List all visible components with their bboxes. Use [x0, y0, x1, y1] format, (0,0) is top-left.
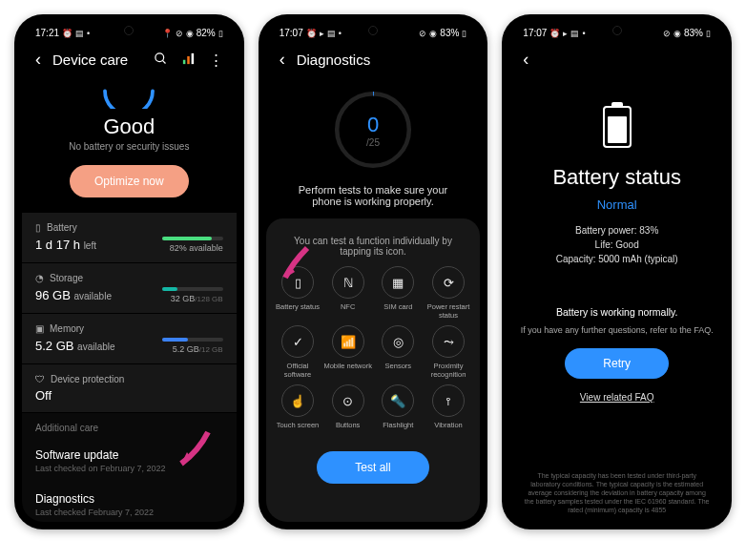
- retry-button[interactable]: Retry: [565, 348, 669, 379]
- battery-capacity: Capacity: 5000 mAh (typical): [509, 254, 724, 264]
- battery-power: Battery power: 83%: [509, 225, 724, 236]
- vibration-icon: ⫯: [432, 384, 465, 417]
- diag-subtext: You can test a function individually by …: [274, 230, 473, 266]
- software-icon: ✓: [281, 325, 314, 358]
- flashlight-item[interactable]: 🔦Flashlight: [374, 384, 423, 438]
- test-all-button[interactable]: Test all: [317, 451, 428, 484]
- gauge-arc: [95, 85, 162, 109]
- buttons-icon: ⊙: [332, 384, 364, 417]
- svg-line-1: [162, 60, 165, 63]
- noti-icon: ▤: [75, 29, 84, 38]
- battery-large-icon: [603, 106, 632, 148]
- more-icon[interactable]: ⋮: [209, 52, 223, 69]
- header: ‹ Diagnostics: [266, 42, 481, 77]
- vibration-item[interactable]: ⫯Vibration: [425, 384, 473, 438]
- sensors-icon: ◎: [382, 325, 414, 358]
- status-battery: 83%: [684, 28, 703, 38]
- power-item[interactable]: ⟳Power restart status: [425, 266, 473, 320]
- phone-diagnostics: 17:07 ⏰▸▤• ⊘◉ 83% ▯ ‹ Diagnostics 0 /25: [259, 14, 488, 529]
- storage-icon: ◔: [35, 273, 44, 283]
- status-subtitle: No battery or security issues: [22, 141, 237, 152]
- ring-total: /25: [366, 137, 380, 148]
- touch-item[interactable]: ☝Touch screen: [274, 384, 322, 438]
- status-time: 17:07: [523, 28, 547, 38]
- page-title: Battery status: [509, 165, 724, 190]
- header-title: Diagnostics: [297, 52, 371, 68]
- dnd-icon: ⊘: [176, 29, 183, 38]
- disclaimer: The typical capacity has been tested und…: [509, 471, 724, 522]
- additional-care-label: Additional care: [22, 413, 237, 439]
- phone-battery-status: 17:07 ⏰▸▤• ⊘◉ 83% ▯ ‹ Battery status Nor…: [502, 14, 732, 529]
- search-icon[interactable]: [154, 52, 168, 69]
- chart-icon[interactable]: [181, 52, 196, 69]
- battery-status-item[interactable]: ▯Battery status: [274, 266, 322, 320]
- proximity-icon: ⤳: [432, 325, 465, 358]
- sim-item[interactable]: ▦SIM card: [374, 266, 423, 320]
- back-icon[interactable]: ‹: [35, 50, 41, 70]
- battery-life: Life: Good: [509, 239, 724, 250]
- svg-point-0: [155, 52, 164, 61]
- faq-hint: If you have any further questions, refer…: [509, 325, 724, 335]
- alarm-icon: ⏰: [62, 29, 73, 38]
- proximity-item[interactable]: ⤳Proximity recognition: [425, 325, 473, 379]
- battery-icon: ▯: [218, 29, 223, 38]
- touch-icon: ☝: [281, 384, 314, 417]
- software-item[interactable]: ✓Official software: [274, 325, 322, 379]
- svg-rect-2: [183, 59, 186, 63]
- faq-link[interactable]: View related FAQ: [509, 392, 724, 403]
- status-battery: 83%: [440, 28, 459, 38]
- storage-card[interactable]: ◔Storage 96 GB available 32 GB/128 GB: [22, 263, 237, 314]
- sim-icon: ▦: [382, 266, 414, 299]
- battery-icon: ▯: [35, 222, 41, 233]
- status-time: 17:07: [280, 28, 303, 38]
- protection-card[interactable]: 🛡Device protection Off: [22, 364, 237, 413]
- wifi-icon: ◉: [186, 29, 194, 38]
- shield-icon: 🛡: [35, 374, 45, 384]
- status-battery: 82%: [197, 28, 216, 38]
- sensors-item[interactable]: ◎Sensors: [374, 325, 423, 379]
- diagnostics-item[interactable]: Diagnostics Last checked February 7, 202…: [22, 483, 237, 522]
- header: ‹: [509, 42, 724, 77]
- diagnostics-grid: ▯Battery status ℕNFC ▦SIM card ⟳Power re…: [274, 266, 473, 438]
- normal-text: Battery is working normally.: [509, 306, 724, 318]
- mobile-item[interactable]: 📶Mobile network: [323, 325, 372, 379]
- memory-card[interactable]: ▣Memory 5.2 GB available 5.2 GB/12 GB: [22, 314, 237, 364]
- nfc-icon: ℕ: [332, 266, 364, 299]
- phone-device-care: 17:21 ⏰ ▤ • 📍 ⊘ ◉ 82% ▯ ‹ Device care ⋮: [14, 14, 244, 529]
- buttons-item[interactable]: ⊙Buttons: [323, 384, 372, 438]
- back-icon[interactable]: ‹: [523, 50, 528, 70]
- nfc-item[interactable]: ℕNFC: [323, 266, 372, 320]
- battery-card[interactable]: ▯Battery 1 d 17 h left 82% available: [22, 213, 237, 263]
- ring-current: 0: [367, 113, 379, 137]
- back-icon[interactable]: ‹: [280, 50, 285, 70]
- memory-icon: ▣: [35, 323, 44, 334]
- battery-icon: ▯: [281, 266, 314, 299]
- dot-icon: •: [87, 29, 90, 38]
- header-title: Device care: [52, 52, 128, 68]
- svg-rect-4: [191, 52, 194, 63]
- optimize-button[interactable]: Optimize now: [70, 165, 189, 197]
- status-title: Good: [22, 114, 237, 139]
- diag-text: Perform tests to make sure your phone is…: [266, 182, 481, 218]
- mobile-icon: 📶: [332, 325, 364, 358]
- status-label: Normal: [509, 197, 724, 212]
- flashlight-icon: 🔦: [382, 384, 414, 417]
- power-icon: ⟳: [432, 266, 465, 299]
- status-time: 17:21: [35, 28, 59, 38]
- header: ‹ Device care ⋮: [22, 42, 237, 77]
- location-icon: 📍: [162, 29, 173, 38]
- progress-ring: 0 /25: [330, 87, 416, 173]
- svg-rect-3: [187, 56, 190, 64]
- software-update-item[interactable]: Software update Last checked on February…: [22, 439, 237, 483]
